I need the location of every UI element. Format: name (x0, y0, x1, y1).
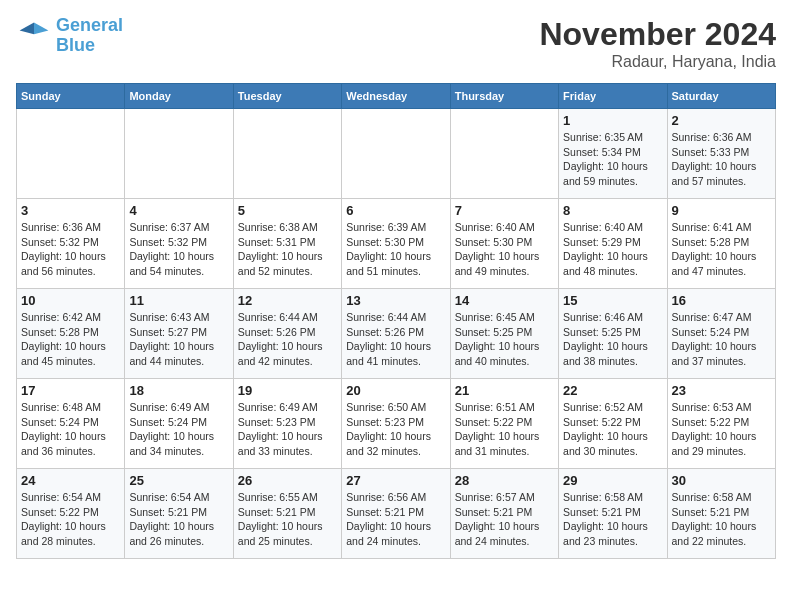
day-info: Sunrise: 6:58 AMSunset: 5:21 PMDaylight:… (563, 490, 662, 549)
day-info: Sunrise: 6:58 AMSunset: 5:21 PMDaylight:… (672, 490, 771, 549)
calendar-cell: 4Sunrise: 6:37 AMSunset: 5:32 PMDaylight… (125, 199, 233, 289)
calendar-cell: 25Sunrise: 6:54 AMSunset: 5:21 PMDayligh… (125, 469, 233, 559)
calendar-cell: 10Sunrise: 6:42 AMSunset: 5:28 PMDayligh… (17, 289, 125, 379)
calendar-cell: 16Sunrise: 6:47 AMSunset: 5:24 PMDayligh… (667, 289, 775, 379)
day-number: 3 (21, 203, 120, 218)
day-info: Sunrise: 6:40 AMSunset: 5:30 PMDaylight:… (455, 220, 554, 279)
day-number: 7 (455, 203, 554, 218)
day-number: 5 (238, 203, 337, 218)
calendar-cell: 28Sunrise: 6:57 AMSunset: 5:21 PMDayligh… (450, 469, 558, 559)
day-info: Sunrise: 6:38 AMSunset: 5:31 PMDaylight:… (238, 220, 337, 279)
calendar-cell: 20Sunrise: 6:50 AMSunset: 5:23 PMDayligh… (342, 379, 450, 469)
day-number: 16 (672, 293, 771, 308)
day-number: 17 (21, 383, 120, 398)
day-info: Sunrise: 6:36 AMSunset: 5:33 PMDaylight:… (672, 130, 771, 189)
day-info: Sunrise: 6:43 AMSunset: 5:27 PMDaylight:… (129, 310, 228, 369)
calendar-cell: 18Sunrise: 6:49 AMSunset: 5:24 PMDayligh… (125, 379, 233, 469)
day-number: 4 (129, 203, 228, 218)
day-info: Sunrise: 6:39 AMSunset: 5:30 PMDaylight:… (346, 220, 445, 279)
logo-blue: Blue (56, 35, 95, 55)
day-info: Sunrise: 6:55 AMSunset: 5:21 PMDaylight:… (238, 490, 337, 549)
logo: General Blue (16, 16, 123, 56)
day-number: 14 (455, 293, 554, 308)
day-info: Sunrise: 6:41 AMSunset: 5:28 PMDaylight:… (672, 220, 771, 279)
calendar-cell: 22Sunrise: 6:52 AMSunset: 5:22 PMDayligh… (559, 379, 667, 469)
day-number: 19 (238, 383, 337, 398)
day-number: 30 (672, 473, 771, 488)
day-number: 18 (129, 383, 228, 398)
day-number: 25 (129, 473, 228, 488)
calendar-cell: 26Sunrise: 6:55 AMSunset: 5:21 PMDayligh… (233, 469, 341, 559)
day-number: 11 (129, 293, 228, 308)
title-block: November 2024 Radaur, Haryana, India (539, 16, 776, 71)
calendar-cell: 2Sunrise: 6:36 AMSunset: 5:33 PMDaylight… (667, 109, 775, 199)
weekday-header: Wednesday (342, 84, 450, 109)
day-info: Sunrise: 6:48 AMSunset: 5:24 PMDaylight:… (21, 400, 120, 459)
day-info: Sunrise: 6:37 AMSunset: 5:32 PMDaylight:… (129, 220, 228, 279)
day-number: 12 (238, 293, 337, 308)
calendar-cell: 7Sunrise: 6:40 AMSunset: 5:30 PMDaylight… (450, 199, 558, 289)
logo-icon (16, 18, 52, 54)
day-info: Sunrise: 6:53 AMSunset: 5:22 PMDaylight:… (672, 400, 771, 459)
svg-marker-0 (34, 22, 48, 34)
day-number: 20 (346, 383, 445, 398)
calendar-cell: 1Sunrise: 6:35 AMSunset: 5:34 PMDaylight… (559, 109, 667, 199)
day-info: Sunrise: 6:57 AMSunset: 5:21 PMDaylight:… (455, 490, 554, 549)
day-number: 1 (563, 113, 662, 128)
calendar-cell (450, 109, 558, 199)
weekday-header: Monday (125, 84, 233, 109)
logo-general: General (56, 15, 123, 35)
day-info: Sunrise: 6:51 AMSunset: 5:22 PMDaylight:… (455, 400, 554, 459)
weekday-header: Sunday (17, 84, 125, 109)
calendar-cell: 15Sunrise: 6:46 AMSunset: 5:25 PMDayligh… (559, 289, 667, 379)
day-info: Sunrise: 6:36 AMSunset: 5:32 PMDaylight:… (21, 220, 120, 279)
page-header: General Blue November 2024 Radaur, Harya… (16, 16, 776, 71)
day-number: 15 (563, 293, 662, 308)
day-info: Sunrise: 6:50 AMSunset: 5:23 PMDaylight:… (346, 400, 445, 459)
calendar-cell (233, 109, 341, 199)
day-number: 24 (21, 473, 120, 488)
day-info: Sunrise: 6:52 AMSunset: 5:22 PMDaylight:… (563, 400, 662, 459)
calendar-cell: 6Sunrise: 6:39 AMSunset: 5:30 PMDaylight… (342, 199, 450, 289)
calendar-cell (17, 109, 125, 199)
calendar-table: SundayMondayTuesdayWednesdayThursdayFrid… (16, 83, 776, 559)
calendar-cell: 8Sunrise: 6:40 AMSunset: 5:29 PMDaylight… (559, 199, 667, 289)
calendar-cell: 12Sunrise: 6:44 AMSunset: 5:26 PMDayligh… (233, 289, 341, 379)
calendar-cell: 17Sunrise: 6:48 AMSunset: 5:24 PMDayligh… (17, 379, 125, 469)
day-number: 13 (346, 293, 445, 308)
calendar-cell: 30Sunrise: 6:58 AMSunset: 5:21 PMDayligh… (667, 469, 775, 559)
weekday-header: Friday (559, 84, 667, 109)
month-title: November 2024 (539, 16, 776, 53)
calendar-cell (125, 109, 233, 199)
day-info: Sunrise: 6:44 AMSunset: 5:26 PMDaylight:… (346, 310, 445, 369)
calendar-header: SundayMondayTuesdayWednesdayThursdayFrid… (17, 84, 776, 109)
svg-marker-1 (20, 22, 34, 34)
day-number: 6 (346, 203, 445, 218)
day-number: 27 (346, 473, 445, 488)
logo-text: General Blue (56, 16, 123, 56)
day-info: Sunrise: 6:49 AMSunset: 5:23 PMDaylight:… (238, 400, 337, 459)
day-info: Sunrise: 6:54 AMSunset: 5:22 PMDaylight:… (21, 490, 120, 549)
calendar-cell: 27Sunrise: 6:56 AMSunset: 5:21 PMDayligh… (342, 469, 450, 559)
day-info: Sunrise: 6:40 AMSunset: 5:29 PMDaylight:… (563, 220, 662, 279)
calendar-cell: 24Sunrise: 6:54 AMSunset: 5:22 PMDayligh… (17, 469, 125, 559)
day-number: 26 (238, 473, 337, 488)
calendar-cell: 29Sunrise: 6:58 AMSunset: 5:21 PMDayligh… (559, 469, 667, 559)
day-info: Sunrise: 6:45 AMSunset: 5:25 PMDaylight:… (455, 310, 554, 369)
day-info: Sunrise: 6:44 AMSunset: 5:26 PMDaylight:… (238, 310, 337, 369)
location: Radaur, Haryana, India (539, 53, 776, 71)
calendar-cell: 14Sunrise: 6:45 AMSunset: 5:25 PMDayligh… (450, 289, 558, 379)
weekday-header: Saturday (667, 84, 775, 109)
weekday-header: Tuesday (233, 84, 341, 109)
day-info: Sunrise: 6:56 AMSunset: 5:21 PMDaylight:… (346, 490, 445, 549)
day-info: Sunrise: 6:54 AMSunset: 5:21 PMDaylight:… (129, 490, 228, 549)
calendar-cell: 19Sunrise: 6:49 AMSunset: 5:23 PMDayligh… (233, 379, 341, 469)
day-number: 28 (455, 473, 554, 488)
day-number: 21 (455, 383, 554, 398)
day-info: Sunrise: 6:47 AMSunset: 5:24 PMDaylight:… (672, 310, 771, 369)
day-number: 22 (563, 383, 662, 398)
calendar-cell: 3Sunrise: 6:36 AMSunset: 5:32 PMDaylight… (17, 199, 125, 289)
calendar-cell: 23Sunrise: 6:53 AMSunset: 5:22 PMDayligh… (667, 379, 775, 469)
day-number: 29 (563, 473, 662, 488)
calendar-cell: 9Sunrise: 6:41 AMSunset: 5:28 PMDaylight… (667, 199, 775, 289)
